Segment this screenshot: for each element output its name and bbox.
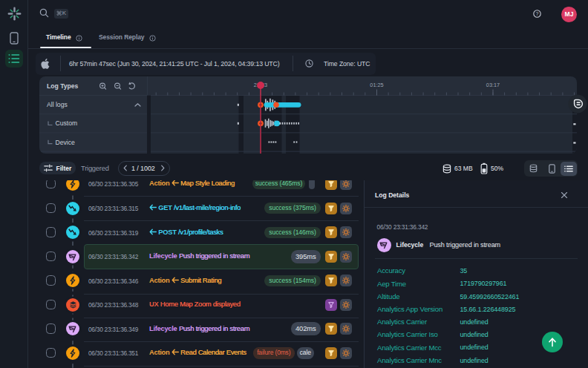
svg-text:03:17: 03:17 (486, 82, 500, 88)
svg-text:All logs: All logs (47, 101, 68, 108)
svg-text:Custom: Custom (56, 119, 78, 127)
svg-text:Device: Device (56, 139, 75, 146)
svg-text:Log Types: Log Types (47, 82, 79, 90)
svg-text:01:25: 01:25 (370, 82, 383, 88)
svg-text:?: ? (536, 11, 539, 16)
